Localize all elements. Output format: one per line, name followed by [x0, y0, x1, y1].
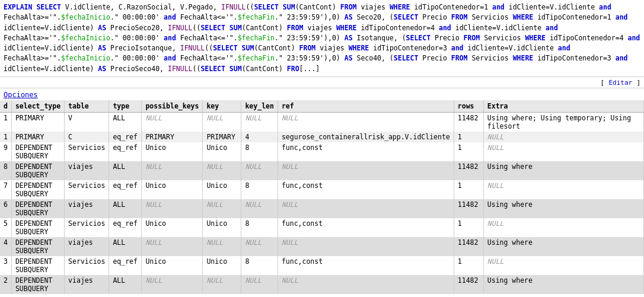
cell-0-5: NULL — [203, 112, 241, 132]
cell-6-5: Unico — [203, 218, 241, 237]
cell-5-9: Using where — [483, 199, 643, 218]
cell-9-9: Using where — [483, 275, 643, 294]
cell-9-8: 11482 — [454, 275, 483, 294]
opciones-label[interactable]: Opciones — [0, 88, 644, 100]
cell-0-6: NULL — [241, 112, 278, 132]
cell-3-5: NULL — [203, 161, 241, 180]
cell-7-7: NULL — [278, 237, 454, 256]
cell-7-1: DEPENDENT SUBQUERY — [11, 237, 64, 256]
cell-1-7: segurose_containerallrisk_app.V.idClient… — [278, 132, 454, 142]
col-header-key: key — [203, 100, 241, 113]
cell-1-1: PRIMARY — [11, 132, 64, 142]
table-row: 2DEPENDENT SUBQUERYviajesALLNULLNULLNULL… — [0, 275, 644, 294]
cell-7-3: ALL — [109, 237, 142, 256]
cell-2-3: eq_ref — [109, 142, 142, 161]
cell-5-7: NULL — [278, 199, 454, 218]
cell-9-7: NULL — [278, 275, 454, 294]
cell-1-8: 1 — [454, 132, 483, 142]
cell-4-5: Unico — [203, 180, 241, 199]
cell-3-7: NULL — [278, 161, 454, 180]
cell-7-5: NULL — [203, 237, 241, 256]
cell-8-9: NULL — [483, 256, 643, 275]
cell-6-0: 5 — [0, 218, 11, 237]
cell-9-4: NULL — [142, 275, 203, 294]
cell-9-5: NULL — [203, 275, 241, 294]
table-row: 4DEPENDENT SUBQUERYviajesALLNULLNULLNULL… — [0, 237, 644, 256]
cell-4-9: NULL — [483, 180, 643, 199]
cell-7-2: viajes — [65, 237, 109, 256]
col-header-type: type — [109, 100, 142, 113]
cell-1-3: eq_ref — [109, 132, 142, 142]
cell-6-7: func,const — [278, 218, 454, 237]
cell-4-4: Unico — [142, 180, 203, 199]
cell-6-1: DEPENDENT SUBQUERY — [11, 218, 64, 237]
cell-3-4: NULL — [142, 161, 203, 180]
cell-0-0: 1 — [0, 112, 11, 132]
cell-0-2: V — [65, 112, 109, 132]
cell-2-4: Unico — [142, 142, 203, 161]
table-row: 1PRIMARYVALLNULLNULLNULLNULL11482Using w… — [0, 112, 644, 132]
cell-2-0: 9 — [0, 142, 11, 161]
table-body: 1PRIMARYVALLNULLNULLNULLNULL11482Using w… — [0, 112, 644, 294]
table-row: 8DEPENDENT SUBQUERYviajesALLNULLNULLNULL… — [0, 161, 644, 180]
table-row: 1PRIMARYCeq_refPRIMARYPRIMARY4segurose_c… — [0, 132, 644, 142]
cell-6-4: Unico — [142, 218, 203, 237]
sql-text: EXPLAIN SELECT V.idCliente, C.RazonSocia… — [4, 3, 640, 73]
cell-0-3: ALL — [109, 112, 142, 132]
cell-1-4: PRIMARY — [142, 132, 203, 142]
sql-query-area: EXPLAIN SELECT V.idCliente, C.RazonSocia… — [0, 0, 644, 77]
cell-8-6: 8 — [241, 256, 278, 275]
cell-6-8: 1 — [454, 218, 483, 237]
cell-9-1: DEPENDENT SUBQUERY — [11, 275, 64, 294]
cell-2-7: func,const — [278, 142, 454, 161]
bracket-open: [ — [601, 79, 605, 87]
table-row: 7DEPENDENT SUBQUERYServicioseq_refUnicoU… — [0, 180, 644, 199]
cell-8-3: eq_ref — [109, 256, 142, 275]
explain-table: d select_type table type possible_keys k… — [0, 100, 644, 294]
cell-6-3: eq_ref — [109, 218, 142, 237]
cell-8-1: DEPENDENT SUBQUERY — [11, 256, 64, 275]
cell-9-3: ALL — [109, 275, 142, 294]
cell-4-6: 8 — [241, 180, 278, 199]
cell-7-4: NULL — [142, 237, 203, 256]
cell-3-3: ALL — [109, 161, 142, 180]
cell-0-4: NULL — [142, 112, 203, 132]
cell-8-8: 1 — [454, 256, 483, 275]
cell-6-9: NULL — [483, 218, 643, 237]
table-row: 5DEPENDENT SUBQUERYServicioseq_refUnicoU… — [0, 218, 644, 237]
edit-link-row: [ Editar ] — [0, 77, 644, 88]
cell-8-7: func,const — [278, 256, 454, 275]
cell-0-7: NULL — [278, 112, 454, 132]
cell-7-9: Using where — [483, 237, 643, 256]
table-row: 3DEPENDENT SUBQUERYServicioseq_refUnicoU… — [0, 256, 644, 275]
cell-2-8: 1 — [454, 142, 483, 161]
edit-link[interactable]: Editar — [608, 79, 632, 87]
cell-1-5: PRIMARY — [203, 132, 241, 142]
cell-2-5: Unico — [203, 142, 241, 161]
cell-3-1: DEPENDENT SUBQUERY — [11, 161, 64, 180]
cell-4-0: 7 — [0, 180, 11, 199]
bracket-close: ] — [636, 79, 640, 87]
col-header-key-len: key_len — [241, 100, 278, 113]
cell-3-0: 8 — [0, 161, 11, 180]
cell-9-2: viajes — [65, 275, 109, 294]
cell-9-0: 2 — [0, 275, 11, 294]
cell-7-6: NULL — [241, 237, 278, 256]
cell-0-9: Using where; Using temporary; Using file… — [483, 112, 643, 132]
cell-8-5: Unico — [203, 256, 241, 275]
cell-1-2: C — [65, 132, 109, 142]
table-header-row: d select_type table type possible_keys k… — [0, 100, 644, 113]
cell-3-2: viajes — [65, 161, 109, 180]
cell-2-6: 8 — [241, 142, 278, 161]
cell-2-9: NULL — [483, 142, 643, 161]
cell-5-1: DEPENDENT SUBQUERY — [11, 199, 64, 218]
col-header-table: table — [65, 100, 109, 113]
cell-7-0: 4 — [0, 237, 11, 256]
cell-4-8: 1 — [454, 180, 483, 199]
cell-6-6: 8 — [241, 218, 278, 237]
col-header-rows: rows — [454, 100, 483, 113]
cell-9-6: NULL — [241, 275, 278, 294]
cell-5-5: NULL — [203, 199, 241, 218]
table-row: 6DEPENDENT SUBQUERYviajesALLNULLNULLNULL… — [0, 199, 644, 218]
cell-3-8: 11482 — [454, 161, 483, 180]
